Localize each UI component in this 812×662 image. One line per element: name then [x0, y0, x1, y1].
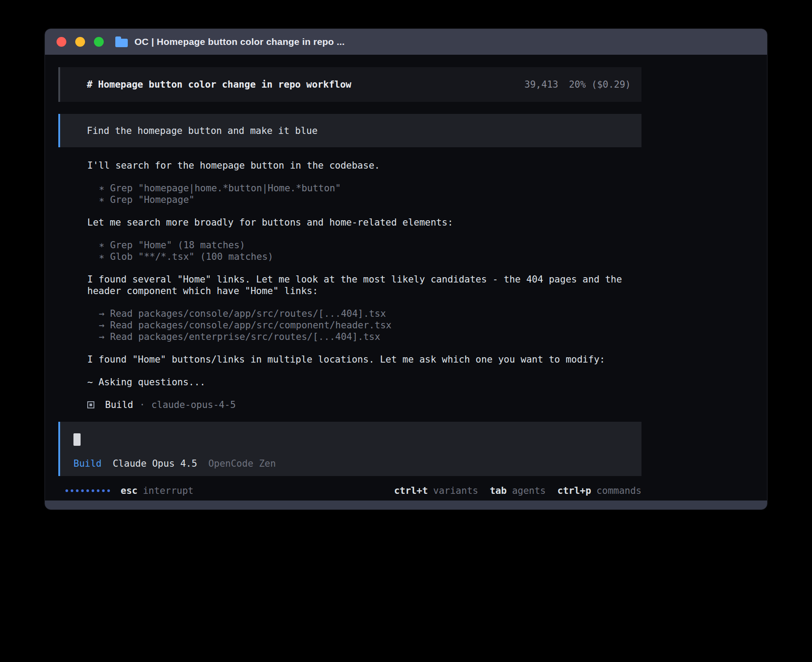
shortcut-action: commands: [597, 485, 641, 496]
model-label: Claude Opus 4.5: [113, 458, 197, 469]
shortcut-key: ctrl+p: [557, 485, 591, 496]
status-bar: esc interrupt ctrl+tvariantstabagentsctr…: [58, 485, 641, 496]
shortcut-hint: tabagents: [490, 485, 546, 496]
tool-line: → Read packages/console/app/src/routes/[…: [99, 308, 641, 319]
footer-shortcuts: ctrl+tvariantstabagentsctrl+pcommands: [394, 485, 641, 496]
titlebar[interactable]: OC | Homepage button color change in rep…: [45, 29, 767, 55]
tool-line: → Read packages/console/app/src/componen…: [99, 319, 641, 331]
close-button[interactable]: [57, 37, 66, 47]
message-line: ~ Asking questions...: [87, 376, 641, 388]
shortcut-key: tab: [490, 485, 507, 496]
tool-call-group: → Read packages/console/app/src/routes/[…: [87, 308, 641, 343]
message-line: Let me search more broadly for buttons a…: [87, 217, 641, 228]
assistant-text: I found "Home" buttons/links in multiple…: [87, 354, 641, 365]
terminal-window: OC | Homepage button color change in rep…: [45, 28, 767, 510]
user-message: Find the homepage button and make it blu…: [58, 114, 641, 147]
token-count: 39,413: [524, 79, 558, 90]
minimize-button[interactable]: [75, 37, 85, 47]
provider-label: OpenCode Zen: [208, 458, 276, 469]
terminal-content: # Homepage button color change in repo w…: [45, 55, 767, 496]
tool-line: ∗ Glob "**/*.tsx" (100 matches): [99, 251, 641, 262]
agent-model: claude-opus-4-5: [151, 400, 236, 410]
tool-line: ∗ Grep "Homepage": [99, 194, 641, 206]
shortcut-action: variants: [433, 485, 478, 496]
title-group: OC | Homepage button color change in rep…: [115, 36, 345, 47]
shortcut-hint: ctrl+tvariants: [394, 485, 478, 496]
assistant-text: Let me search more broadly for buttons a…: [87, 217, 641, 228]
shortcut-hint: ctrl+pcommands: [557, 485, 641, 496]
status-bar-left: esc interrupt: [65, 485, 194, 496]
input-status-row: Build Claude Opus 4.5 OpenCode Zen: [73, 458, 641, 469]
agent-name: Build: [105, 400, 133, 410]
context-usage: 20% ($0.29): [569, 79, 631, 90]
interrupt-label: interrupt: [143, 485, 194, 496]
message-line: I found several "Home" links. Let me loo…: [87, 274, 641, 297]
folder-icon: [115, 39, 128, 47]
esc-key-label: esc: [121, 485, 138, 496]
assistant-text: I found several "Home" links. Let me loo…: [87, 274, 641, 297]
conversation: I'll search for the homepage button in t…: [58, 160, 641, 388]
window-title: OC | Homepage button color change in rep…: [134, 36, 345, 47]
assistant-text: ~ Asking questions...: [87, 376, 641, 388]
window-controls: [57, 37, 104, 47]
agent-separator: ·: [139, 400, 145, 410]
interrupt-hint: esc interrupt: [121, 485, 194, 496]
message-line: I found "Home" buttons/links in multiple…: [87, 354, 641, 365]
window-bottom-edge: [45, 501, 767, 509]
text-cursor-icon: [73, 433, 81, 446]
tool-call-group: ∗ Grep "homepage|home.*button|Home.*butt…: [87, 182, 641, 206]
message-line: I'll search for the homepage button in t…: [87, 160, 641, 171]
assistant-text: I'll search for the homepage button in t…: [87, 160, 641, 171]
user-message-text: Find the homepage button and make it blu…: [87, 125, 317, 136]
agent-build-icon: [87, 401, 94, 408]
tool-line: ∗ Grep "Home" (18 matches): [99, 239, 641, 251]
zoom-button[interactable]: [94, 37, 104, 47]
agent-status-row: Build · claude-opus-4-5: [58, 399, 641, 411]
session-title: # Homepage button color change in repo w…: [87, 79, 351, 90]
mode-badge: Build: [73, 458, 102, 469]
tool-line: ∗ Grep "homepage|home.*button|Home.*butt…: [99, 182, 641, 194]
tool-line: → Read packages/enterprise/src/routes/[.…: [99, 331, 641, 343]
prompt-input[interactable]: Build Claude Opus 4.5 OpenCode Zen: [58, 422, 641, 476]
shortcut-action: agents: [512, 485, 546, 496]
shortcut-key: ctrl+t: [394, 485, 428, 496]
spinner-dots-icon: [65, 489, 110, 492]
session-stats: 39,413 20% ($0.29): [524, 79, 631, 90]
tool-call-group: ∗ Grep "Home" (18 matches)∗ Glob "**/*.t…: [87, 239, 641, 262]
session-header: # Homepage button color change in repo w…: [58, 67, 641, 102]
